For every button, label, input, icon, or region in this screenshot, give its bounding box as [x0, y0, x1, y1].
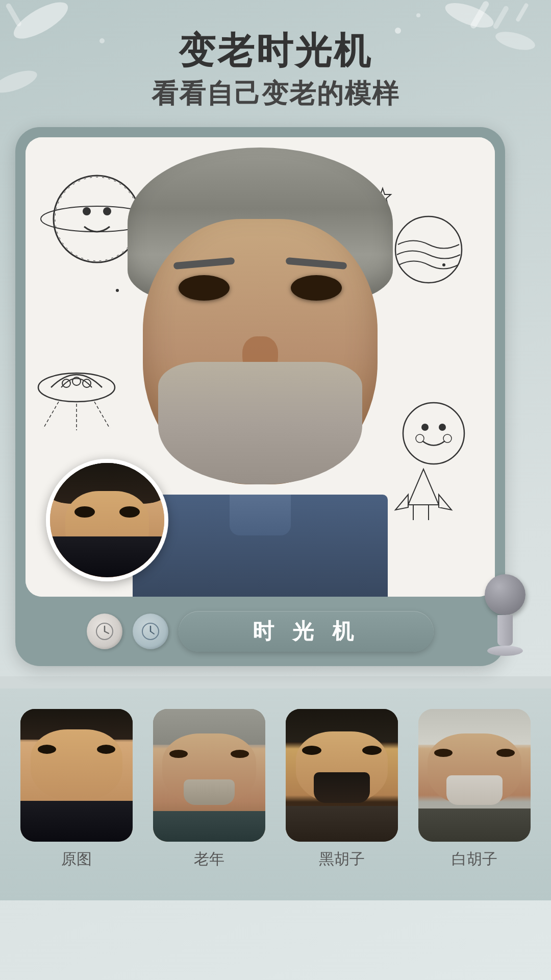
shirt — [133, 495, 388, 597]
tv-frame: 时 光 机 — [15, 127, 505, 666]
tv-screen — [26, 137, 495, 597]
thumbnail-item-3[interactable]: 黑胡子 — [281, 709, 403, 870]
young-face-inner — [50, 463, 164, 577]
thumbnail-item-2[interactable]: 老年 — [148, 709, 270, 870]
thumbnails-grid: 原图 老年 — [15, 709, 536, 870]
clock-icon-1[interactable] — [87, 614, 122, 649]
joystick-ball — [485, 574, 525, 615]
thumbnail-label-2: 老年 — [194, 849, 224, 870]
thumbnail-item-1[interactable]: 原图 — [15, 709, 138, 870]
joystick-base — [487, 646, 523, 656]
title-area: 变老时光机 看看自己变老的模样 — [0, 0, 551, 127]
svg-line-35 — [105, 631, 109, 633]
thumbnail-item-4[interactable]: 白胡子 — [413, 709, 536, 870]
sub-title: 看看自己变老的模样 — [0, 76, 551, 112]
thumbnail-image-4 — [418, 709, 531, 842]
beard — [158, 362, 362, 484]
thumbnails-area: 原图 老年 — [0, 689, 551, 900]
time-machine-button[interactable]: 时 光 机 — [179, 611, 434, 652]
clock-icon-2[interactable] — [133, 614, 168, 649]
thumbnail-label-4: 白胡子 — [452, 849, 497, 870]
thumbnail-label-1: 原图 — [61, 849, 92, 870]
svg-line-38 — [151, 631, 154, 634]
face-skin — [143, 219, 378, 484]
joystick-stick — [497, 615, 513, 646]
main-title: 变老时光机 — [0, 31, 551, 71]
joystick[interactable] — [480, 574, 531, 656]
section-divider — [0, 676, 551, 689]
thumbnail-image-2 — [153, 709, 265, 842]
thumbnail-image-3 — [286, 709, 398, 842]
tv-controls: 时 光 机 — [26, 597, 495, 666]
young-face-circle — [46, 459, 168, 581]
thumbnail-image-1 — [20, 709, 133, 842]
thumbnail-label-3: 黑胡子 — [319, 849, 365, 870]
svg-point-30 — [439, 424, 446, 431]
svg-point-24 — [442, 263, 445, 266]
